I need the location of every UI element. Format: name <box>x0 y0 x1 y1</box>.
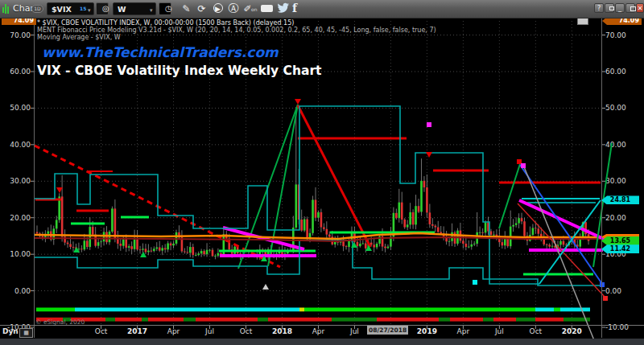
candle-body[interactable] <box>403 220 406 228</box>
candle-body[interactable] <box>546 244 548 245</box>
candle-body[interactable] <box>303 220 306 231</box>
candle-body[interactable] <box>326 229 328 235</box>
candle-body[interactable] <box>187 252 189 253</box>
candle-body[interactable] <box>300 220 303 231</box>
candle-body[interactable] <box>136 240 138 249</box>
candle-body[interactable] <box>84 240 86 249</box>
symbol-dropdown-caret[interactable]: ▾ <box>88 7 91 14</box>
candle-body[interactable] <box>420 181 423 212</box>
candle-body[interactable] <box>481 232 484 233</box>
candle-body[interactable] <box>114 208 117 239</box>
candle-body[interactable] <box>309 233 312 237</box>
close-button[interactable]: ✕ <box>636 3 644 13</box>
candle-body[interactable] <box>373 244 375 247</box>
candle-body[interactable] <box>348 240 350 247</box>
candle-body[interactable] <box>365 244 367 248</box>
candle-body[interactable] <box>548 244 551 246</box>
candle-body[interactable] <box>412 212 415 224</box>
candle-body[interactable] <box>465 244 468 247</box>
candle-body[interactable] <box>490 232 493 236</box>
candle-body[interactable] <box>175 232 178 244</box>
candle-body[interactable] <box>72 247 75 248</box>
candle-body[interactable] <box>515 224 518 225</box>
candle-body[interactable] <box>423 181 426 187</box>
candle-body[interactable] <box>145 248 147 252</box>
candle-body[interactable] <box>120 244 122 246</box>
candle-body[interactable] <box>105 232 108 242</box>
candle-body[interactable] <box>415 206 417 224</box>
candle-body[interactable] <box>518 218 520 223</box>
interval-input[interactable]: W ▾ <box>113 2 156 15</box>
candle-body[interactable] <box>56 220 58 228</box>
scale-mode-label[interactable]: Dyn <box>2 327 19 335</box>
candle-body[interactable] <box>345 246 348 247</box>
candle-body[interactable] <box>89 227 91 247</box>
candle-body[interactable] <box>559 241 562 245</box>
candle-body[interactable] <box>538 228 540 233</box>
candle-body[interactable] <box>426 187 428 212</box>
watermark-link[interactable]: www.TheTechnicalTraders.com <box>42 44 279 60</box>
candle-body[interactable] <box>502 242 504 245</box>
candle-body[interactable] <box>197 253 200 255</box>
symbol-input[interactable]: $VIX 15 ▾ <box>47 2 94 15</box>
candle-body[interactable] <box>493 235 495 236</box>
candle-body[interactable] <box>214 256 217 257</box>
candle-body[interactable] <box>535 228 537 228</box>
chat-button[interactable] <box>260 0 275 18</box>
candle-body[interactable] <box>395 213 398 218</box>
candle-body[interactable] <box>220 253 222 254</box>
candle-body[interactable] <box>139 249 142 250</box>
candle-body[interactable] <box>532 228 535 235</box>
candle-body[interactable] <box>195 255 197 256</box>
candle-body[interactable] <box>170 244 172 246</box>
teal-band-lower[interactable] <box>35 240 600 285</box>
candle-body[interactable] <box>67 243 69 244</box>
red-decline-feb2018[interactable] <box>298 105 370 247</box>
candle-body[interactable] <box>167 244 169 250</box>
candle-body[interactable] <box>78 248 80 249</box>
candle-body[interactable] <box>164 248 167 249</box>
green-rise-2019[interactable] <box>499 164 520 228</box>
candle-body[interactable] <box>147 251 150 253</box>
time-template-button[interactable]: ◷ <box>159 2 171 15</box>
candle-body[interactable] <box>151 251 153 252</box>
candle-body[interactable] <box>206 250 208 254</box>
candle-body[interactable] <box>370 243 373 245</box>
candle-body[interactable] <box>122 240 125 246</box>
candle-body[interactable] <box>479 232 481 233</box>
annotation-button[interactable]: Ⓐ <box>221 2 235 15</box>
candle-body[interactable] <box>134 240 136 249</box>
help-button[interactable]: ? <box>594 3 604 13</box>
candle-body[interactable] <box>80 248 83 249</box>
candle-body[interactable] <box>92 227 94 235</box>
candle-body[interactable] <box>312 199 314 232</box>
candle-body[interactable] <box>448 241 451 242</box>
candle-body[interactable] <box>130 246 133 249</box>
candle-body[interactable] <box>323 228 325 229</box>
candle-body[interactable] <box>153 248 155 251</box>
candle-body[interactable] <box>485 223 487 233</box>
interval-dropdown-caret[interactable]: ▾ <box>150 7 153 14</box>
candle-body[interactable] <box>384 247 386 248</box>
candle-body[interactable] <box>496 235 498 236</box>
candle-body[interactable] <box>512 225 514 227</box>
candle-body[interactable] <box>551 246 554 247</box>
candle-body[interactable] <box>359 244 361 246</box>
candle-body[interactable] <box>334 242 336 244</box>
restore-pane-button[interactable] <box>605 3 614 13</box>
candle-body[interactable] <box>409 212 411 224</box>
candle-body[interactable] <box>437 228 440 232</box>
candle-body[interactable] <box>470 244 473 247</box>
candle-body[interactable] <box>128 246 130 248</box>
candle-body[interactable] <box>295 184 297 228</box>
candle-body[interactable] <box>117 239 119 244</box>
candle-body[interactable] <box>357 242 359 246</box>
candle-body[interactable] <box>431 224 434 226</box>
candle-body[interactable] <box>328 235 331 237</box>
candle-body[interactable] <box>111 208 114 232</box>
candle-body[interactable] <box>434 226 436 228</box>
candle-body[interactable] <box>142 248 144 249</box>
candle-body[interactable] <box>418 206 420 212</box>
candle-body[interactable] <box>125 240 127 248</box>
highlighter-button[interactable]: ✐ <box>237 2 250 15</box>
